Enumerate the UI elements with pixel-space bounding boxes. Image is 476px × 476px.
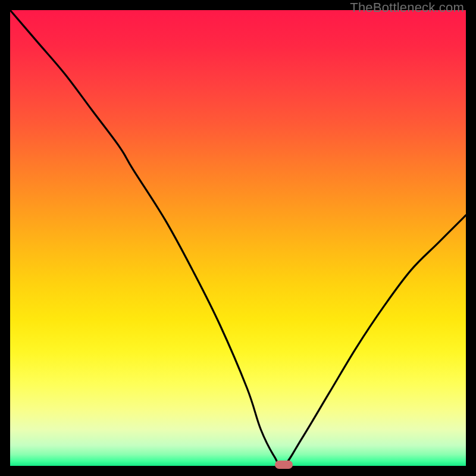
chart-frame [10,10,466,466]
bottleneck-curve-svg [10,10,466,466]
optimal-point-marker [275,461,293,469]
watermark-text: TheBottleneck.com [350,0,464,15]
bottleneck-curve-path [10,10,466,467]
